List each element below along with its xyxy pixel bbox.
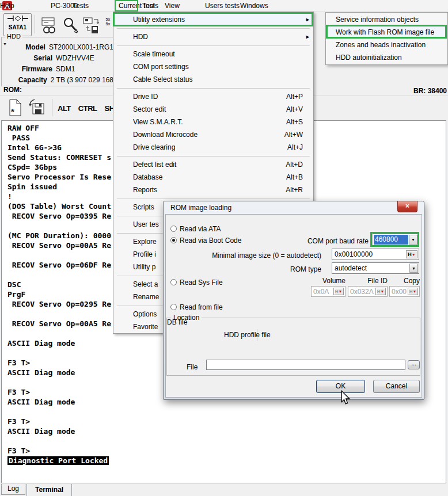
terminal-line: Diagnostic Port Locked — [7, 456, 446, 466]
tools-menu-item — [113, 43, 313, 48]
menu-item-label: COM port settings — [133, 60, 303, 73]
com-baud-rate-combobox[interactable]: 460800 ▼ — [373, 234, 419, 246]
submenu-item[interactable]: Service information objects — [326, 13, 447, 26]
menu-item-label: Drive clearing — [133, 141, 287, 154]
menubar-item[interactable]: Windows — [240, 2, 268, 10]
tools-menu-item — [113, 154, 313, 158]
location-tab[interactable]: DB file — [167, 318, 187, 326]
baud-rate-status: BR: 38400 — [413, 87, 447, 95]
sys-file-field-group: File ID 0x032A H▼ — [348, 277, 388, 297]
sys-field-input[interactable]: 0x0A H▼ — [311, 286, 346, 297]
menubar-item[interactable]: Help — [0, 2, 14, 10]
tools-menu-item — [113, 196, 313, 201]
terminal-line — [7, 407, 446, 417]
menubar-item[interactable]: View — [165, 2, 180, 10]
menubar-item[interactable]: Users tests — [205, 2, 240, 10]
hdd-info-value: WDZHVV4E — [56, 53, 94, 64]
hex-toggle-button[interactable]: H▼ — [375, 288, 386, 295]
sys-field-label: Volume — [311, 277, 346, 285]
location-tab[interactable]: HDD profile file — [224, 329, 257, 341]
menu-item-label: Drive ID — [133, 90, 286, 103]
browse-button[interactable]: ... — [408, 360, 420, 369]
hdd-panel-title: HDD — [5, 33, 22, 40]
chevron-down-icon[interactable]: ▼ — [409, 235, 417, 245]
menu-item-label — [113, 86, 313, 90]
tools-menu-item[interactable]: Scale timeout — [113, 48, 313, 60]
hdd-info-rows: Model ST2000LX001-1RG1 Serial WDZHVV4E F… — [2, 42, 113, 86]
radio-read-sys-file[interactable] — [170, 279, 177, 285]
sata-port-label: SATA1 — [4, 25, 31, 30]
tools-menu-item[interactable]: Sector edit Alt+V — [113, 103, 313, 116]
dialog-title: ROM image loading — [170, 204, 231, 212]
submenu-item[interactable]: HDD autoinitialization — [326, 51, 447, 64]
data-exchange-icon[interactable] — [82, 15, 100, 36]
radio-label-read-sys-file: Read Sys File — [180, 278, 223, 287]
file-path-input[interactable] — [206, 360, 405, 370]
utility-search-icon[interactable] — [61, 15, 79, 36]
cancel-button[interactable]: Cancel — [373, 380, 420, 393]
menubar-item[interactable]: Tools — [142, 2, 158, 10]
tools-menu-item[interactable]: Drive ID Alt+P — [113, 90, 313, 103]
menu-item-shortcut: Alt+W — [284, 128, 303, 141]
hex-toggle-button[interactable]: H▼ — [406, 250, 417, 258]
tools-menu-item[interactable]: Download Microcode Alt+W — [113, 128, 313, 141]
tools-menu-item[interactable]: Drive clearing Alt+J — [113, 141, 313, 154]
rom-image-loading-dialog: ROM image loading × Read via ATA Read vi… — [163, 201, 424, 400]
tools-menu-item[interactable]: Utility extensions ► — [113, 13, 313, 26]
key-button[interactable]: CTRL — [78, 104, 97, 113]
sys-field-label: File ID — [348, 277, 388, 285]
tools-menu-item[interactable]: Defect list edit Alt+D — [113, 158, 313, 171]
menu-item-label — [113, 43, 313, 48]
radio-read-from-file[interactable] — [170, 304, 177, 310]
menu-item-label: Cable Select status — [133, 73, 303, 86]
menu-item-label — [113, 154, 313, 158]
key-button[interactable]: ALT — [58, 104, 71, 113]
menu-item-shortcut: Alt+J — [287, 141, 303, 154]
ok-button[interactable]: OK — [316, 380, 365, 393]
radio-read-via-boot-code[interactable] — [170, 237, 177, 243]
bottom-tab[interactable]: Terminal — [26, 484, 72, 496]
menu-item-shortcut: Alt+S — [286, 116, 303, 128]
tools-menu-item — [113, 86, 313, 90]
menu-item-label: Sector edit — [133, 103, 286, 116]
tools-menu-item[interactable]: COM port settings — [113, 60, 313, 73]
rom-type-combobox[interactable]: autodetect ▼ — [332, 262, 419, 274]
test-selection-icon[interactable] — [39, 15, 58, 36]
terminal-line: F3 T> — [7, 417, 446, 426]
com-baud-rate-value: 460800 — [374, 235, 408, 245]
hex-toggle-button[interactable]: H▼ — [333, 288, 344, 295]
rom-save-icon[interactable] — [28, 98, 45, 117]
tools-menu-item[interactable]: Cable Select status — [113, 73, 313, 86]
bottom-tab[interactable]: Log — [1, 484, 25, 495]
submenu-arrow-icon: ► — [305, 13, 310, 26]
hdd-info-value: SDM1 — [56, 64, 75, 75]
tools-menu-item[interactable]: Reports Alt+R — [113, 184, 313, 196]
hdd-info-row: Serial WDZHVV4E — [2, 53, 113, 64]
radio-read-via-ata[interactable] — [170, 226, 177, 232]
terminal-line — [7, 436, 446, 446]
menubar-item[interactable]: Tests — [73, 2, 89, 10]
minimal-image-size-field[interactable]: 0x00100000 H▼ — [332, 249, 419, 260]
chevron-down-icon[interactable]: ▼ — [409, 264, 418, 273]
file-label: File — [187, 363, 198, 371]
pc3000-window: PC-3000TestsCurrent testToolsViewUsers t… — [0, 0, 448, 496]
rom-toolbar-separator — [52, 99, 52, 116]
sys-field-input[interactable]: 0x032A H▼ — [348, 286, 388, 297]
hdd-info-label: Serial — [2, 53, 52, 64]
tools-menu-item[interactable]: View S.M.A.R.T. Alt+S — [113, 116, 313, 128]
hdd-info-label: Firmware — [2, 64, 52, 75]
tools-menu-item[interactable]: Database Alt+B — [113, 171, 313, 184]
hdd-info-row: Model ST2000LX001-1RG1 — [2, 42, 113, 53]
mini-toolbar-icon[interactable]: 5x 5x — [104, 17, 112, 26]
submenu-item[interactable]: Work with Flash ROM image file — [326, 26, 447, 39]
rom-read-icon[interactable]: * — [7, 98, 25, 117]
submenu-item[interactable]: Zones and heads inactivation — [326, 39, 447, 51]
tools-menu-item[interactable]: HDD ► — [113, 30, 313, 43]
sys-field-input[interactable]: 0x00 H▼ — [389, 286, 420, 297]
hex-arrow-icon: ▼ — [412, 253, 416, 257]
rom-type-label: ROM type — [261, 265, 321, 273]
minimal-image-size-label: Minimal image size (0 = autodetect) — [204, 251, 321, 260]
hex-toggle-button[interactable]: H▼ — [408, 288, 418, 295]
close-icon[interactable]: × — [397, 201, 417, 212]
menu-item-shortcut: Alt+D — [286, 158, 303, 171]
